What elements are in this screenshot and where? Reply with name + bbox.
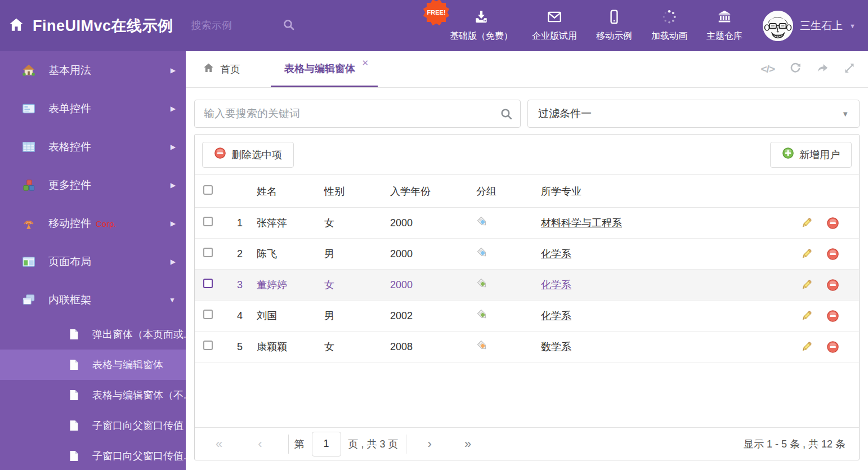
tab-bar: 首页 表格与编辑窗体 ✕ </>	[186, 51, 868, 88]
header-search-input[interactable]	[191, 20, 276, 32]
edit-icon[interactable]	[800, 217, 813, 229]
column-header-major[interactable]: 所学专业	[533, 185, 797, 198]
cell-name: 张萍萍	[248, 216, 316, 230]
delete-icon[interactable]	[826, 248, 839, 261]
delete-icon[interactable]	[826, 341, 839, 353]
sidebar-subitem-child-to-parent-2[interactable]: 子窗口向父窗口传值...	[0, 441, 186, 470]
delete-icon[interactable]	[826, 279, 839, 292]
row-checkbox[interactable]	[203, 248, 213, 257]
bank-icon	[717, 9, 732, 27]
prev-page-button[interactable]: ‹	[258, 438, 262, 450]
column-header-gender[interactable]: 性别	[316, 185, 381, 198]
row-index: 4	[223, 310, 248, 322]
major-link[interactable]: 化学系	[541, 248, 571, 259]
next-page-button[interactable]: ›	[428, 438, 432, 450]
cell-year: 2002	[381, 310, 468, 322]
page-icon	[68, 419, 80, 432]
column-header-group[interactable]: 分组	[468, 185, 533, 198]
delete-icon[interactable]	[826, 310, 839, 323]
edit-icon[interactable]	[800, 341, 813, 353]
major-link[interactable]: 化学系	[541, 279, 571, 290]
major-link[interactable]: 化学系	[541, 310, 571, 321]
cell-year: 2008	[381, 341, 468, 353]
tab-grid-edit-window[interactable]: 表格与编辑窗体 ✕	[271, 51, 378, 87]
sidebar-item-more-controls[interactable]: 更多控件 ▶	[0, 166, 186, 204]
table-row-selected[interactable]: 3 董婷婷 女 2000 化学系	[195, 270, 859, 301]
sidebar-item-basic-usage[interactable]: 基本用法 ▶	[0, 51, 186, 89]
home-icon[interactable]	[8, 16, 25, 35]
table-icon	[21, 140, 36, 154]
home-icon	[203, 62, 214, 77]
table-row[interactable]: 4 刘国 男 2002 化学系	[195, 301, 859, 332]
source-code-icon[interactable]: </>	[761, 63, 775, 75]
page-label-suffix: 页 , 共 3 页	[348, 437, 399, 451]
first-page-button[interactable]: «	[216, 438, 222, 450]
sidebar-item-label: 内联框架	[48, 293, 91, 307]
row-index: 1	[223, 217, 248, 229]
avatar	[763, 11, 793, 41]
page-label-prefix: 第	[294, 437, 305, 451]
sidebar-subitem-popup-window[interactable]: 弹出窗体（本页面或...	[0, 319, 186, 350]
sidebar-subitem-child-to-parent[interactable]: 子窗口向父窗口传值	[0, 410, 186, 441]
select-all-checkbox[interactable]	[203, 185, 213, 195]
table-row[interactable]: 2 陈飞 男 2000 化学系	[195, 239, 859, 270]
major-link[interactable]: 数学系	[541, 341, 571, 352]
sidebar-subitem-grid-edit-window-2[interactable]: 表格与编辑窗体（不...	[0, 380, 186, 410]
delete-icon[interactable]	[826, 217, 839, 230]
chevron-down-icon: ▼	[849, 23, 856, 29]
pagination-bar: « ‹ 第 页 , 共 3 页 › » 显示 1 - 5 条 , 共 12 条	[195, 427, 859, 460]
sidebar-subitem-grid-edit-window[interactable]: 表格与编辑窗体	[0, 350, 186, 380]
cell-name: 康颖颖	[248, 340, 316, 353]
sidebar-item-page-layout[interactable]: 页面布局 ▶	[0, 243, 186, 281]
sidebar-item-form-controls[interactable]: 表单控件 ▶	[0, 89, 186, 128]
table-row[interactable]: 1 张萍萍 女 2000 材料科学与工程系	[195, 208, 859, 239]
tab-label: 首页	[220, 62, 240, 76]
cell-gender: 男	[316, 309, 381, 323]
edit-icon[interactable]	[800, 248, 813, 260]
nav-item-theme-repo[interactable]: 主题仓库	[706, 9, 742, 42]
add-user-label: 新增用户	[799, 148, 840, 162]
user-menu[interactable]: 三生石上 ▼	[763, 11, 856, 41]
sidebar-item-grid-controls[interactable]: 表格控件 ▶	[0, 128, 186, 166]
chevron-right-icon: ▶	[171, 143, 176, 151]
expand-icon[interactable]	[843, 62, 856, 77]
search-icon[interactable]	[500, 108, 513, 123]
delete-selected-button[interactable]: 删除选中项	[202, 142, 294, 168]
sidebar-item-mobile-controls[interactable]: 移动控件 Corp. ▶	[0, 204, 186, 243]
divider	[288, 435, 289, 454]
last-page-button[interactable]: »	[464, 438, 471, 450]
major-link[interactable]: 材料科学与工程系	[541, 217, 622, 229]
nav-item-enterprise-trial[interactable]: 企业版试用	[532, 9, 577, 42]
row-checkbox[interactable]	[203, 310, 213, 319]
row-checkbox[interactable]	[203, 341, 213, 350]
edit-icon[interactable]	[800, 279, 813, 291]
column-header-year[interactable]: 入学年份	[381, 185, 468, 198]
page-number-input[interactable]	[312, 432, 341, 456]
sidebar-item-iframe[interactable]: 内联框架 ▼	[0, 281, 186, 319]
edit-icon[interactable]	[800, 310, 813, 322]
close-icon[interactable]: ✕	[361, 58, 369, 68]
spinner-icon	[661, 9, 677, 27]
tab-home[interactable]: 首页	[186, 51, 255, 87]
nav-item-mobile-demo[interactable]: 移动示例	[596, 9, 632, 42]
filter-dropdown[interactable]: 过滤条件一 ▼	[527, 100, 860, 128]
keyword-search-input[interactable]	[194, 100, 521, 128]
search-icon[interactable]	[283, 19, 295, 33]
column-header-name[interactable]: 姓名	[248, 185, 316, 198]
table-row[interactable]: 5 康颖颖 女 2008 数学系	[195, 332, 859, 362]
page-icon	[68, 389, 80, 401]
mobile-icon	[606, 9, 622, 27]
app-logo[interactable]: FineUIMvc在线示例	[33, 16, 173, 36]
row-index: 2	[223, 248, 248, 260]
refresh-icon[interactable]	[789, 62, 802, 77]
filter-dropdown-value: 过滤条件一	[538, 106, 592, 121]
add-user-button[interactable]: 新增用户	[770, 142, 852, 168]
share-icon[interactable]	[816, 62, 829, 77]
cell-name: 董婷婷	[248, 278, 316, 292]
sidebar-item-label: 移动控件	[48, 216, 91, 231]
row-checkbox[interactable]	[203, 217, 213, 226]
nav-item-basic-edition[interactable]: FREE! 基础版（免费）	[450, 9, 513, 42]
row-checkbox[interactable]	[203, 279, 213, 288]
sidebar-item-label: 基本用法	[48, 63, 91, 78]
nav-item-loading-animation[interactable]: 加载动画	[651, 9, 687, 42]
